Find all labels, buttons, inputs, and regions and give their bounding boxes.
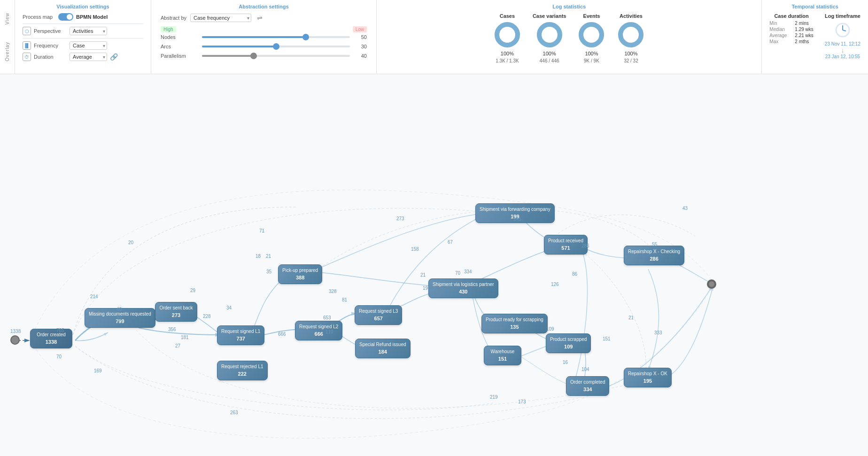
nodes-value: 50	[354, 34, 367, 40]
parallelism-slider-thumb[interactable]	[250, 53, 257, 59]
nodes-slider-thumb[interactable]	[302, 34, 309, 40]
stat-case-variants: Case variants 100% 446 / 446	[533, 13, 566, 63]
case-variants-fraction: 446 / 446	[540, 58, 559, 63]
svg-point-1	[497, 24, 518, 45]
log-timeframe-item: Log timeframe 23 Nov 11, 12:12 ↓ 23 Jan …	[825, 13, 860, 59]
case-variants-donut	[535, 21, 564, 49]
node-product-ready-scrap[interactable]: Product ready for scrapping 135	[481, 314, 548, 333]
duration-select[interactable]: Average	[70, 53, 107, 61]
frequency-icon: ▐▌	[23, 41, 31, 50]
arcs-slider-thumb[interactable]	[273, 43, 279, 50]
edge-label-228: 228	[203, 314, 211, 319]
edge-label-104: 104	[581, 367, 589, 372]
arcs-label: Arcs	[161, 44, 198, 49]
abstract-by-select-wrapper[interactable]: Case frequency	[190, 14, 251, 22]
edge-label-173: 173	[518, 399, 526, 404]
log-stats-panel: Log statistics Cases 100% 1.3K / 1.3K Ca…	[377, 0, 762, 74]
adjust-icon[interactable]: ⇌	[255, 13, 264, 23]
edge-label-16: 16	[563, 360, 568, 365]
edge-label-27: 27	[175, 343, 180, 348]
top-panel: View Overlay Visualization settings Proc…	[0, 0, 868, 74]
cases-label: Cases	[500, 13, 515, 19]
case-duration-item: Case duration Min 2 mins Median 1.29 wks…	[769, 13, 813, 59]
cases-donut	[493, 21, 521, 49]
edge-label-20-top: 20	[128, 240, 133, 245]
node-repairshop-checking[interactable]: Repairshop X - Checking 286	[624, 246, 684, 265]
node-warehouse[interactable]: Warehouse 151	[484, 346, 521, 365]
node-special-refund[interactable]: Special Refund issued 184	[355, 339, 411, 358]
perspective-row: ⬡ Perspective Activities	[23, 27, 143, 35]
edge-label-273: 273	[396, 216, 404, 221]
node-req-rejected-l1[interactable]: Request rejected L1 222	[217, 361, 268, 380]
case-variants-pct: 100%	[543, 51, 556, 56]
frequency-select-wrapper[interactable]: Case	[70, 41, 107, 50]
edge-label-219: 219	[490, 394, 498, 400]
perspective-icon: ⬡	[23, 27, 31, 35]
parallelism-slider-track[interactable]	[202, 55, 350, 57]
node-req-signed-l2[interactable]: Request signed L2 666	[295, 321, 342, 340]
svg-point-3	[539, 24, 560, 45]
node-req-signed-l3[interactable]: Request signed L3 657	[355, 305, 402, 325]
duration-link-icon[interactable]: 🔗	[110, 53, 118, 61]
duration-select-wrapper[interactable]: Average	[70, 53, 107, 61]
abstract-by-select[interactable]: Case frequency	[190, 14, 251, 22]
toggle-thumb	[67, 14, 72, 20]
edge-label-181: 181	[181, 335, 189, 340]
edge-label-40: 40	[116, 307, 122, 312]
node-order-completed[interactable]: Order completed 334	[566, 376, 609, 396]
activities-pct: 100%	[624, 51, 637, 56]
abstract-by-label: Abstract by	[161, 15, 186, 21]
edge-label-328: 328	[329, 289, 337, 294]
nodes-slider-track[interactable]	[202, 36, 350, 38]
cases-pct: 100%	[501, 51, 514, 56]
overlay-label: Overlay	[5, 42, 10, 61]
activities-label: Activities	[620, 13, 643, 19]
stat-events: Events 100% 9K / 9K	[577, 13, 605, 63]
process-map-canvas[interactable]: Order created 1338 Missing documents req…	[0, 74, 868, 456]
stat-cases: Cases 100% 1.3K / 1.3K	[493, 13, 521, 63]
node-pickup-prepared[interactable]: Pick-up prepared 388	[278, 264, 322, 284]
side-labels: View Overlay	[0, 0, 15, 74]
edge-label-145: 145	[513, 216, 521, 222]
edge-label-109: 109	[546, 326, 554, 332]
edges-svg	[0, 74, 868, 456]
max-label: Max	[769, 39, 792, 44]
edge-label-22: 22	[116, 316, 122, 321]
bpmn-toggle[interactable]	[58, 13, 73, 21]
edge-label-19: 19	[423, 286, 428, 291]
temporal-stats-panel: Temporal statistics Case duration Min 2 …	[762, 0, 868, 74]
edge-label-263: 263	[230, 410, 238, 415]
frequency-select[interactable]: Case	[70, 41, 107, 50]
activities-fraction: 32 / 32	[624, 58, 638, 63]
median-value: 1.29 wks	[795, 27, 813, 32]
view-label: View	[5, 13, 10, 25]
node-product-scrapped[interactable]: Product scrapped 109	[546, 333, 591, 353]
edge-label-86: 86	[572, 271, 577, 277]
viz-settings-title: Visualization settings	[23, 4, 143, 9]
edge-label-18: 18	[256, 254, 261, 259]
events-fraction: 9K / 9K	[584, 58, 599, 63]
node-shipment-logi[interactable]: Shipment via logistics partner 430	[428, 278, 498, 298]
perspective-select[interactable]: Activities	[70, 27, 107, 35]
svg-point-7	[620, 24, 641, 45]
min-label: Min	[769, 21, 792, 26]
node-req-signed-l1[interactable]: Request signed L1 737	[217, 325, 264, 345]
average-label: Average	[769, 33, 792, 38]
arcs-value: 30	[354, 44, 367, 49]
node-order-created[interactable]: Order created 1338	[30, 329, 72, 348]
timeframe-start: 23 Nov 11, 12:12	[825, 41, 860, 46]
perspective-select-wrapper[interactable]: Activities	[70, 27, 107, 35]
activities-donut	[617, 21, 645, 49]
edge-label-70-mid: 70	[455, 271, 460, 276]
edge-label-29: 29	[190, 288, 195, 293]
edge-label-126: 126	[551, 282, 559, 287]
edge-label-1338: 1338	[10, 329, 21, 334]
median-label: Median	[769, 27, 792, 32]
node-repairshop-ok[interactable]: Repairshop X - OK 195	[624, 368, 672, 387]
node-order-sent-back[interactable]: Order sent back 273	[155, 302, 197, 322]
edge-label-214: 214	[90, 294, 98, 299]
arcs-slider-track[interactable]	[202, 46, 350, 47]
toggle-track[interactable]	[58, 13, 73, 21]
edge-label-666: 666	[278, 332, 286, 337]
case-variants-label: Case variants	[533, 13, 566, 19]
